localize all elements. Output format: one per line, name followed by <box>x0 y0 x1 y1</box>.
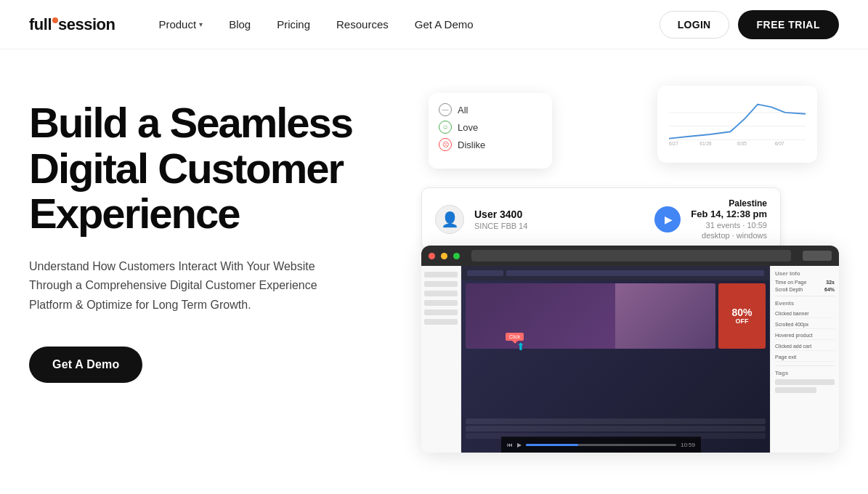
panel-value: 32s <box>826 280 835 285</box>
session-date: Feb 14, 12:38 pm <box>691 208 767 219</box>
sidebar-mini-item <box>424 309 458 315</box>
panel-row: Time on Page 32s <box>775 280 835 285</box>
line-chart: 6/27 61/26 6/35 6/07 <box>669 97 806 148</box>
hero-right-mockups: — All ☺ Love ☹ Dislike 6/27 <box>421 86 839 456</box>
panel-tags-title: Tags <box>775 370 835 376</box>
minimize-dot <box>441 253 447 259</box>
replay-right-panel: User Info Time on Page 32s Scroll Depth … <box>770 266 839 453</box>
logo-dot <box>52 17 58 23</box>
sentiment-dislike: ☹ Dislike <box>439 138 542 151</box>
replay-store-view: 80% OFF Click ⬆ <box>461 266 770 453</box>
sentiment-love: ☺ Love <box>439 121 542 134</box>
promo-badge: 80% OFF <box>718 283 766 349</box>
event-item: Clicked banner <box>775 309 835 318</box>
user-icon: 👤 <box>441 211 459 228</box>
sidebar-mini-item <box>424 272 458 278</box>
session-meta: Palestine Feb 14, 12:38 pm 31 events · 1… <box>691 198 767 240</box>
panel-row: Scroll Depth 64% <box>775 287 835 292</box>
session-replay-card: 80% OFF Click ⬆ <box>421 246 839 453</box>
replay-main-content: 80% OFF Click ⬆ <box>461 266 770 453</box>
get-demo-button[interactable]: Get A Demo <box>29 347 142 383</box>
panel-divider <box>775 365 835 366</box>
hero-left: Build a Seamless Digital Customer Experi… <box>29 86 407 383</box>
product-image <box>615 283 715 349</box>
analytics-chart-card: 6/27 61/26 6/35 6/07 <box>657 86 817 163</box>
cursor-icon: ⬆ <box>516 341 525 352</box>
sidebar-mini-item <box>424 300 458 306</box>
event-item: Scrolled 400px <box>775 320 835 329</box>
product-row <box>466 426 766 432</box>
avatar: 👤 <box>435 205 464 234</box>
product-rows <box>466 418 766 439</box>
sentiment-list: — All ☺ Love ☹ Dislike <box>439 103 542 151</box>
replay-play-icon: ▶ <box>517 442 522 448</box>
hero-subtext: Understand How Customers Interact With Y… <box>29 257 320 315</box>
svg-text:61/26: 61/26 <box>699 141 712 146</box>
session-events: 31 events · 10:59 <box>691 221 767 230</box>
product-banner-1 <box>466 283 715 349</box>
svg-text:6/27: 6/27 <box>669 141 678 146</box>
session-recording-card[interactable]: 👤 User 3400 SINCE FBB 14 ▶ Palestine Feb… <box>421 187 781 251</box>
timeline-bar[interactable] <box>526 444 676 446</box>
panel-divider <box>775 296 835 296</box>
session-username: User 3400 <box>474 208 644 220</box>
hero-section: Build a Seamless Digital Customer Experi… <box>0 49 868 494</box>
sad-icon: ☹ <box>439 138 452 151</box>
sidebar-mini-item <box>424 319 458 325</box>
toolbar-buttons <box>803 251 832 261</box>
neutral-icon: — <box>439 103 452 116</box>
store-nav-bar <box>461 266 770 280</box>
free-trial-button[interactable]: FREE TRIAL <box>738 10 839 39</box>
nav-demo[interactable]: Get A Demo <box>415 18 474 31</box>
nav-actions: LOGIN FREE TRIAL <box>660 10 839 39</box>
nav-blog[interactable]: Blog <box>229 18 251 31</box>
promo-percent: 80% <box>731 307 752 317</box>
session-since: SINCE FBB 14 <box>474 222 644 230</box>
login-button[interactable]: LOGIN <box>660 11 729 39</box>
session-location: Palestine <box>691 198 767 208</box>
happy-icon: ☺ <box>439 121 452 134</box>
nav-product[interactable]: Product ▾ <box>158 18 203 31</box>
chevron-down-icon: ▾ <box>199 20 203 28</box>
panel-label: Scroll Depth <box>775 287 803 292</box>
panel-label: Time on Page <box>775 280 806 285</box>
sentiment-card: — All ☺ Love ☹ Dislike <box>429 93 552 169</box>
sidebar-mini-item <box>424 281 458 287</box>
promo-off: OFF <box>736 317 749 325</box>
event-item: Page exit <box>775 353 835 362</box>
logo-text: fullsession <box>29 15 115 34</box>
sentiment-all: — All <box>439 103 542 116</box>
store-logo-mini <box>467 270 503 276</box>
nav-links: Product ▾ Blog Pricing Resources Get A D… <box>158 18 659 31</box>
svg-text:6/35: 6/35 <box>737 141 747 146</box>
sidebar-mini-item <box>424 291 458 296</box>
store-content: 80% OFF Click ⬆ <box>466 283 766 437</box>
svg-text:6/07: 6/07 <box>775 141 784 146</box>
replay-body: 80% OFF Click ⬆ <box>421 266 839 453</box>
click-label: Click <box>506 333 524 341</box>
navbar: fullsession Product ▾ Blog Pricing Resou… <box>0 0 868 49</box>
maximize-dot <box>453 253 460 259</box>
nav-pricing[interactable]: Pricing <box>277 18 310 31</box>
replay-timeline: ⏮ ▶ 10:59 <box>501 437 701 453</box>
event-item: Clicked add cart <box>775 342 835 351</box>
hero-heading: Build a Seamless Digital Customer Experi… <box>29 100 407 237</box>
panel-user-title: User Info <box>775 270 835 277</box>
replay-app-sidebar <box>421 266 461 453</box>
logo-bold: full <box>29 15 52 33</box>
replay-topbar <box>421 246 839 266</box>
session-os: desktop · windows <box>691 231 767 240</box>
timeline-time: 10:59 <box>681 442 695 448</box>
logo[interactable]: fullsession <box>29 15 115 34</box>
nav-resources[interactable]: Resources <box>336 18 389 31</box>
session-info: User 3400 SINCE FBB 14 <box>474 208 644 230</box>
timeline-icon: ⏮ <box>507 442 513 448</box>
event-item: Hovered product <box>775 331 835 340</box>
product-row <box>466 418 766 424</box>
play-icon: ▶ <box>665 214 673 225</box>
play-button[interactable]: ▶ <box>654 206 681 232</box>
tag-item <box>775 387 816 393</box>
close-dot <box>429 253 435 259</box>
timeline-progress <box>526 444 578 446</box>
logo-regular: session <box>58 15 115 33</box>
